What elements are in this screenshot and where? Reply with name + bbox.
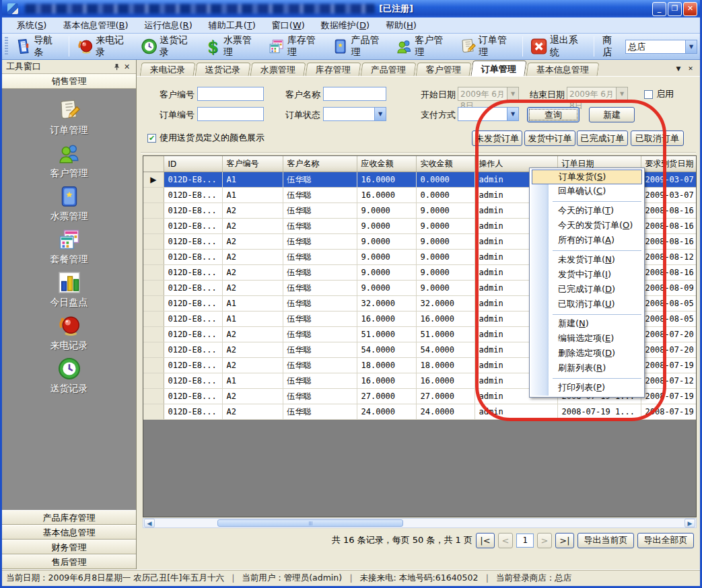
tab-close-icon[interactable]: ✕	[685, 63, 696, 74]
context-menu-item[interactable]: 未发货订单(N)	[531, 253, 643, 268]
menubar-item-d[interactable]: 数据维护(D)	[313, 17, 378, 34]
sidebar-item[interactable]: 客户管理	[29, 141, 110, 180]
order-status-select[interactable]: ▼	[323, 107, 386, 121]
row-selector-cell[interactable]	[143, 250, 164, 265]
last-page-button[interactable]: >|	[555, 533, 574, 548]
sidebar-item[interactable]: 来电记录	[29, 314, 110, 352]
chevron-down-icon[interactable]: ▼	[507, 108, 518, 120]
first-page-button[interactable]: |<	[476, 533, 495, 548]
next-page-button[interactable]: >	[537, 533, 552, 548]
horizontal-scrollbar[interactable]: ◀ ▶	[143, 518, 697, 528]
row-selector-cell[interactable]	[143, 373, 164, 389]
sidebar-group-button[interactable]: 售后管理	[2, 554, 136, 569]
toolbar-button[interactable]: 订单管理	[456, 32, 519, 61]
scrollbar-thumb[interactable]	[217, 519, 403, 527]
maximize-button[interactable]: ❐	[668, 2, 682, 16]
menubar-item-h[interactable]: 帮助(H)	[378, 17, 425, 34]
table-row[interactable]: 012D-E8...A2伍华聪24.000024.0000admin2008-0…	[143, 404, 697, 420]
row-selector-cell[interactable]	[143, 311, 164, 327]
sidebar-group-button[interactable]: 基本信息管理	[2, 525, 136, 540]
customer-code-input[interactable]	[197, 87, 264, 101]
row-selector-cell[interactable]	[143, 404, 164, 420]
order-code-input[interactable]	[197, 107, 264, 121]
context-menu-item[interactable]: 已取消订单(U)	[531, 297, 643, 312]
row-selector-cell[interactable]	[143, 219, 164, 234]
context-menu-item[interactable]: 新建(N)	[531, 317, 643, 332]
context-menu-item[interactable]: 发货中订单(I)	[531, 268, 643, 283]
chevron-down-icon[interactable]: ▼	[616, 87, 627, 100]
toolbar-button[interactable]: $水票管理	[201, 32, 264, 61]
toolbar-button[interactable]: 来电记录	[73, 32, 136, 61]
column-header[interactable]: ID	[164, 156, 222, 172]
sidebar-group-button[interactable]: 财务管理	[2, 540, 136, 554]
context-menu-item[interactable]: 所有的订单(A)	[531, 233, 643, 248]
row-selector-cell[interactable]	[143, 265, 164, 281]
row-selector-cell[interactable]	[143, 281, 164, 296]
customer-name-input[interactable]	[323, 87, 386, 101]
context-menu-item[interactable]: 打印列表(P)	[531, 381, 643, 396]
status-filter-button[interactable]: 已完成订单	[577, 131, 628, 146]
tab-3[interactable]: 水票管理	[250, 63, 306, 76]
sidebar-group-button[interactable]: 产品库存管理	[2, 510, 136, 525]
sidebar-group-sales[interactable]: 销售管理	[2, 74, 136, 89]
toolbar-button[interactable]: 退出系统	[527, 32, 590, 61]
new-button[interactable]: 新建	[589, 107, 635, 122]
row-selector-cell[interactable]	[143, 203, 164, 219]
row-selector-cell[interactable]	[143, 234, 164, 250]
query-button[interactable]: 查询	[527, 107, 580, 122]
enable-date-checkbox[interactable]: 启用	[644, 88, 674, 100]
toolbar-button[interactable]: 客户管理	[392, 32, 455, 61]
sidebar-item[interactable]: 套餐管理	[29, 227, 110, 266]
start-date-picker[interactable]: 2009年 6月 8日 ▼	[458, 87, 519, 101]
menubar-item-b[interactable]: 基本信息管理(B)	[55, 17, 136, 34]
tab-8[interactable]: 基本信息管理	[526, 63, 600, 76]
row-selector-cell[interactable]	[143, 327, 164, 342]
context-menu-item[interactable]: 已完成订单(D)	[531, 283, 643, 297]
toolbar-button[interactable]: 产品管理	[328, 32, 391, 61]
context-menu-item[interactable]: 编辑选定项(E)	[531, 332, 643, 346]
menubar-item-w[interactable]: 窗口(W)	[264, 17, 313, 34]
chevron-down-icon[interactable]: ▼	[685, 40, 697, 53]
toolbar-grip[interactable]	[5, 37, 8, 56]
context-menu-item[interactable]: 订单发货(S)	[532, 170, 642, 184]
shop-combobox[interactable]: 总店 ▼	[625, 40, 697, 54]
menubar-item-r[interactable]: 运行信息(R)	[137, 17, 201, 34]
sidebar-item[interactable]: 今日盘点	[29, 270, 110, 309]
sidebar-item[interactable]: 送货记录	[29, 357, 110, 395]
context-menu-item[interactable]: 刷新列表(R)	[531, 361, 643, 376]
pay-method-select[interactable]: ▼	[458, 107, 519, 121]
row-selector-cell[interactable]	[143, 188, 164, 203]
context-menu-item[interactable]: 删除选定项(D)	[531, 346, 643, 361]
toolbar-button[interactable]: 库存管理	[265, 32, 327, 61]
status-filter-button[interactable]: 已取消订单	[631, 131, 684, 146]
context-menu-item[interactable]: 回单确认(C)	[531, 184, 643, 199]
menubar-item-s[interactable]: 系统(S)	[9, 17, 55, 34]
row-selector-cell[interactable]: ▶	[143, 172, 164, 188]
row-selector-cell[interactable]	[143, 389, 164, 404]
column-header[interactable]: 实收金额	[416, 156, 475, 172]
prev-page-button[interactable]: <	[498, 533, 513, 548]
row-selector-cell[interactable]	[143, 342, 164, 358]
toolbar-button[interactable]: 送货记录	[137, 32, 200, 61]
column-header[interactable]: 客户编号	[222, 156, 283, 172]
export-current-page-button[interactable]: 导出当前页	[577, 533, 634, 548]
tab-1[interactable]: 来电记录	[140, 63, 196, 76]
toolbar-button[interactable]: 导航条	[11, 32, 65, 61]
column-header[interactable]: 要求到货日期	[641, 156, 697, 172]
row-selector-cell[interactable]	[143, 296, 164, 311]
column-header[interactable]: 客户名称	[283, 156, 357, 172]
tab-5[interactable]: 产品管理	[361, 63, 417, 76]
tab-2[interactable]: 送货记录	[195, 63, 251, 76]
sidebar-item[interactable]: 订单管理	[29, 98, 110, 137]
status-filter-button[interactable]: 发货中订单	[524, 131, 575, 146]
chevron-down-icon[interactable]: ▼	[374, 108, 386, 120]
column-header[interactable]: 应收金额	[357, 156, 416, 172]
chevron-down-icon[interactable]: ▼	[507, 87, 518, 100]
scroll-left-icon[interactable]: ◀	[144, 519, 155, 527]
close-icon[interactable]: ✕	[122, 62, 132, 72]
close-button[interactable]: ✕	[683, 2, 697, 16]
page-number-input[interactable]	[516, 534, 534, 548]
pin-icon[interactable]	[112, 62, 122, 72]
scroll-right-icon[interactable]: ▶	[685, 519, 695, 527]
tab-list-dropdown-icon[interactable]: ▼	[673, 63, 684, 74]
